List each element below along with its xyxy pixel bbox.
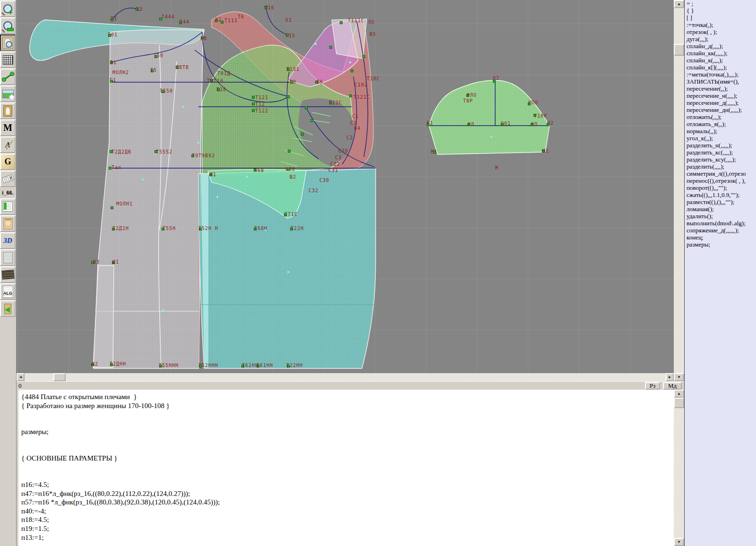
- measure-button[interactable]: [0, 68, 16, 85]
- command-item[interactable]: сплайн_к[](,,,,);: [685, 64, 756, 71]
- construction-point[interactable]: [340, 22, 343, 24]
- command-item[interactable]: сплайн_д(,,,,);: [685, 43, 756, 50]
- construction-point[interactable]: [330, 46, 332, 49]
- construction-point[interactable]: [252, 103, 255, 105]
- command-item[interactable]: разделить(,,,,);: [685, 163, 756, 170]
- alg-button[interactable]: ALG: [0, 283, 16, 300]
- photo-button[interactable]: [0, 215, 16, 232]
- zoom-in-button[interactable]: +: [0, 0, 16, 17]
- compass-icon: А: [5, 141, 10, 149]
- point-label: Тал: [112, 165, 121, 170]
- command-item[interactable]: пересечение_д(,,,,,);: [685, 99, 756, 106]
- list-icon: [3, 252, 13, 264]
- command-item[interactable]: { }: [685, 7, 756, 14]
- point-label: Ш2: [92, 361, 98, 367]
- algorithm-source-text[interactable]: {4484 Платье с открытыми плечами } { Раз…: [18, 390, 674, 542]
- command-item[interactable]: отложить_в(,,);: [685, 120, 756, 128]
- construction-point[interactable]: [305, 107, 308, 109]
- command-item[interactable]: конец;: [685, 234, 756, 241]
- canvas-scroll-up-icon[interactable]: ▲: [674, 0, 684, 8]
- command-item[interactable]: сплайн_кк(,,,,,);: [685, 50, 756, 57]
- editor-vscroll-thumb[interactable]: [674, 398, 684, 408]
- command-item[interactable]: пересечение_н(,,,,);: [685, 92, 756, 99]
- md-button[interactable]: Мд: [663, 382, 682, 390]
- point-label: Т61НН: [257, 363, 273, 368]
- command-item[interactable]: отрезок( , );: [685, 28, 756, 35]
- editor-scroll-up-icon[interactable]: ▲: [674, 390, 684, 398]
- canvas-hscroll-thumb[interactable]: [53, 373, 66, 381]
- command-item[interactable]: симметрия_л((),отрезо: [685, 170, 756, 177]
- canvas-scroll-left-icon[interactable]: ◄: [17, 373, 25, 381]
- m-button[interactable]: M: [0, 119, 16, 136]
- command-item[interactable]: = ;: [685, 0, 756, 7]
- threed-button[interactable]: 3D: [0, 232, 16, 249]
- canvas-scroll-down-icon[interactable]: ▼: [674, 373, 684, 381]
- point-label: Т10: [216, 87, 226, 92]
- editor-scroll-down-icon[interactable]: ▼: [674, 538, 684, 546]
- command-item[interactable]: :=точка(,);: [685, 21, 756, 28]
- g-button[interactable]: G: [0, 154, 16, 170]
- command-item[interactable]: перенос((),отрезок( , ),: [685, 177, 756, 184]
- canvas-vscroll-thumb[interactable]: [674, 44, 684, 56]
- picture-button[interactable]: [0, 85, 16, 102]
- exit-door-icon: [4, 304, 11, 314]
- command-item[interactable]: сопряжение_д(,,,,,,);: [685, 227, 756, 234]
- algorithm-editor[interactable]: {4484 Платье с открытыми плечами } { Раз…: [17, 390, 674, 546]
- pattern-piece-slit: [93, 265, 114, 367]
- command-item[interactable]: разделить_ксу(,,,,);: [685, 156, 756, 163]
- point-label: Т122: [255, 108, 268, 113]
- grid-button[interactable]: [0, 51, 16, 68]
- construction-point[interactable]: [311, 119, 313, 122]
- point-label: М: [495, 165, 498, 171]
- compass-button[interactable]: А: [0, 136, 16, 153]
- preview-pattern-button[interactable]: [0, 34, 16, 51]
- construction-point[interactable]: [287, 96, 290, 98]
- spreadsheet-button[interactable]: [0, 198, 16, 215]
- point-label: Т151: [286, 67, 300, 72]
- command-item[interactable]: сжать((),,,1.1,0.9,"");: [685, 191, 756, 198]
- point-label: Г1: [110, 77, 116, 83]
- command-item[interactable]: ломаная();: [685, 205, 756, 213]
- construction-point[interactable]: [363, 56, 365, 58]
- construction-point[interactable]: [350, 95, 352, 97]
- rz-button[interactable]: Рз: [645, 382, 660, 390]
- command-item[interactable]: пересечение_дн(,,,,,);: [685, 106, 756, 113]
- point-label: Т22НН: [286, 363, 303, 368]
- construction-point[interactable]: [288, 150, 291, 153]
- books-button[interactable]: [0, 266, 16, 283]
- command-item[interactable]: ЗАПИСАТЬ(имя=(),: [685, 78, 756, 85]
- pattern-card-button[interactable]: [0, 102, 16, 119]
- command-item[interactable]: дуга(,,,);: [685, 35, 756, 43]
- command-item[interactable]: разделить_н(,,,,,);: [685, 142, 756, 149]
- point-label: Г0: [290, 79, 296, 85]
- zoom-out-button[interactable]: [0, 17, 16, 34]
- command-item[interactable]: разделить_кс(,,,,);: [685, 149, 756, 156]
- command-item[interactable]: сплайн_к(,,,,);: [685, 57, 756, 64]
- ruler-button[interactable]: 8: [0, 171, 16, 187]
- construction-point[interactable]: [109, 167, 112, 170]
- construction-point[interactable]: [252, 96, 255, 99]
- command-item[interactable]: развести((),(),,,"");: [685, 198, 756, 205]
- command-item[interactable]: угол_к(,,);: [685, 135, 756, 142]
- command-item[interactable]: поворот((),,,"");: [685, 184, 756, 191]
- canvas-vscrollbar: ▲ ▼: [674, 0, 684, 381]
- construction-point[interactable]: [111, 207, 113, 209]
- command-item[interactable]: размеры;: [685, 241, 756, 248]
- construction-point[interactable]: [351, 70, 353, 72]
- command-item[interactable]: отложить(,,,);: [685, 113, 756, 120]
- command-item[interactable]: пересечение(,,);: [685, 85, 756, 92]
- canvas-scroll-right-icon[interactable]: ►: [666, 373, 674, 381]
- highlight-dot: [198, 142, 199, 144]
- toolbar: + M А G 8 i_66. 3D: [0, 0, 17, 546]
- command-item[interactable]: [ ]: [685, 14, 756, 21]
- drawing-canvas[interactable]: Т3Т16Т1Т444Т44Х2Т111Т6Х1Т111СПСВ5Т15Т01З…: [17, 0, 674, 373]
- command-item[interactable]: выполнить(dmod\.alg);: [685, 220, 756, 227]
- command-item[interactable]: :=метка(точка(,),,,,);: [685, 71, 756, 78]
- command-item[interactable]: удалить();: [685, 213, 756, 220]
- exit-button[interactable]: [0, 300, 16, 317]
- list-button[interactable]: [0, 249, 16, 266]
- construction-point[interactable]: [252, 110, 255, 112]
- point-label: С102: [354, 82, 368, 87]
- construction-point[interactable]: [301, 133, 304, 136]
- command-item[interactable]: нормаль(,,);: [685, 128, 756, 135]
